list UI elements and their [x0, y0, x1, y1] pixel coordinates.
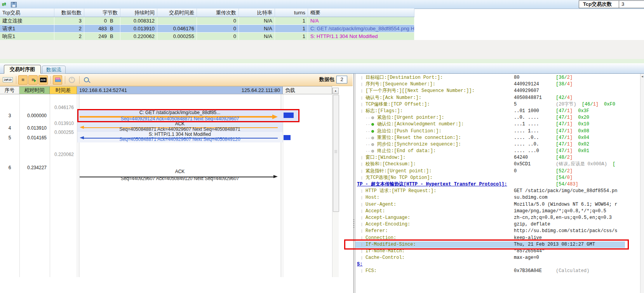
flag-bit-set-icon [371, 123, 374, 126]
decode-field-label: FCS: [366, 268, 377, 274]
decode-row[interactable]: Connection:keep-alive [355, 235, 640, 241]
decode-field-label: Referer: [366, 228, 388, 234]
decode-row[interactable]: ··急迫位:[Push Function:]:.... 1...[47/1]0x… [355, 128, 640, 135]
tree-tick-icon [362, 236, 362, 240]
column-header-5[interactable]: 重传次数 [197, 9, 239, 17]
decode-field-value: image/png,image/*;q=0.8,*/*;q=0.5 [514, 208, 606, 215]
tree-tick-icon [362, 269, 362, 273]
tab-transaction-sequence-diagram[interactable]: 交易时序图 [4, 65, 41, 74]
decode-row[interactable]: FCS:0x7B36A04E(Calculated) [355, 268, 640, 274]
decode-row[interactable]: 确认号:[Ack Number:]:4050848871[42/4] [355, 95, 640, 101]
tree-tick-icon [362, 170, 362, 173]
decode-row[interactable]: If-None-Match:"857265644" [355, 248, 640, 255]
tree-tick-icon [362, 216, 362, 220]
decode-field-label: 窗口:[Window:]: [366, 154, 406, 161]
decode-field-offset: [ [613, 161, 615, 167]
column-header-seq-no[interactable]: 序号 [0, 87, 19, 94]
decode-row[interactable]: [下一个序列号:][[Next Sequence Number:]]:44092… [355, 88, 640, 94]
packet-list-icon[interactable]: ≡ [18, 75, 28, 85]
transaction-row[interactable]: 建立连接30B0.0083120N/A1N/A [0, 17, 414, 25]
column-header-time-delta[interactable]: 时间差 [50, 87, 77, 94]
decode-row[interactable]: 标志:[Flags:]:..01 1000[47/1]0x3F [355, 108, 640, 114]
decode-field-offset: [47/ [556, 121, 567, 127]
decode-row[interactable]: TP - 超文本传输协议[HTTP - Hypertext Transfer P… [355, 181, 640, 188]
transaction-row[interactable]: 请求12483B0.0139100.0461760N/A1C: GET /sta… [0, 25, 414, 33]
decode-row[interactable]: ··同步位:[Synchronize sequence:]:.... ..0.[… [355, 141, 640, 148]
relative-time-value: 0.013910 [19, 126, 47, 131]
tcp-transaction-table: Tcp交易数据包数字节数持续时间交易时间差重传次数比特率turns概要 建立连接… [0, 9, 414, 40]
decode-row[interactable]: TCP偏移量:[TCP Offset:]:5(20字节)[46/1]0xF0 [355, 101, 640, 108]
decode-field-value: max-age=0 [514, 255, 539, 261]
payload-block[interactable] [284, 113, 294, 118]
decode-row[interactable]: Cache-Control:max-age=0 [355, 255, 640, 261]
decode-row[interactable]: S: [355, 261, 640, 268]
bottom-section: 2⇄10 ≡ ≡ ACK 数据包 2 序号 相对时间 时间差 [0, 74, 644, 293]
decode-row[interactable]: User-Agent:Mozilla/5.0 (Windows NT 6.1; … [355, 201, 640, 208]
decode-field-value: 64240 [514, 154, 528, 161]
tree-tick-icon [362, 229, 362, 233]
decode-pane-scroll-strip[interactable]: ◀ [640, 74, 644, 293]
decode-row[interactable]: Accept-Encoding:gzip, deflate [355, 221, 640, 228]
decode-row[interactable]: 窗口:[Window:]:64240[48/2] [355, 154, 640, 161]
save-icon[interactable] [10, 1, 17, 7]
decode-field-value: 0 [514, 168, 517, 175]
column-header-relative-time[interactable]: 相对时间 [19, 87, 50, 94]
column-header-7[interactable]: turns [275, 9, 308, 17]
decode-field-label: Accept-Encoding: [366, 221, 410, 228]
tree-tick-icon [362, 89, 362, 93]
decode-field-label: 序列号:[Sequence Number:]: [366, 81, 435, 88]
decode-row[interactable]: Referer:http://su.bdimg.com/static/pack/… [355, 228, 640, 234]
ack-toggle-icon[interactable]: ACK [38, 75, 48, 85]
seq-format-icon[interactable]: 2⇄10 [2, 75, 13, 85]
sequence-diagram-canvas: 0.04617630.000000C: GET /static/pack/img… [0, 94, 339, 277]
zoom-icon[interactable] [82, 75, 91, 85]
decode-field-label: 同步位:[Synchronize sequence:]: [377, 141, 461, 148]
collapse-pane-icon[interactable]: ◀ [641, 74, 644, 79]
decode-row[interactable]: HTTP 请求:[HTTP Request:]:GET /static/pack… [355, 188, 640, 194]
transaction-row[interactable]: 响应12249B0.2200620.0002550N/A1S: HTTP/1.1… [0, 33, 414, 40]
decode-row[interactable]: 目标端口:[Destination Port:]:80[36/2] [355, 75, 640, 81]
packet-count-input[interactable]: 2 [336, 76, 347, 83]
decode-field-label: TCP偏移量:[TCP Offset:]: [366, 101, 430, 108]
scrollbar-thumb[interactable] [333, 95, 339, 212]
decode-field-note: (Calculated) [556, 268, 589, 274]
decode-row[interactable]: ··重置位:[Reset the connection:]:.... .0..[… [355, 135, 640, 141]
packet-number: 6 [0, 165, 19, 170]
decode-row[interactable]: ··确认位:[Acknowledgment number:]:...1 ....… [355, 121, 640, 128]
payload-bars-icon[interactable] [53, 75, 62, 85]
diagram-vertical-scrollbar[interactable]: ▲ [332, 88, 339, 277]
decode-row[interactable]: 序列号:[Sequence Number:]:440929124[38/4] [355, 81, 640, 88]
decode-row[interactable]: ··紧急位:[Urgent pointer:]:..0. ....[47/1]0… [355, 114, 640, 121]
packet-list-play-icon[interactable]: ≡ [28, 75, 38, 85]
message-label[interactable]: ACK [77, 169, 283, 174]
decode-row[interactable]: 无TCP选项[No TCP Option]:[54/0] [355, 175, 640, 181]
decode-row[interactable]: 校验和:[Checksum:]:0x5CD1(错误,应该是 0x000A)[ [355, 161, 640, 168]
decode-field-offset: [47/ [556, 148, 567, 154]
swap-arrows-icon[interactable]: ⇄ [2, 1, 8, 7]
decode-field-mask: 0x01 [578, 148, 589, 154]
decode-row[interactable]: If-Modified-Since:Thu, 21 Feb 2013 08:12… [355, 241, 640, 248]
decode-row[interactable]: Host:su.bdimg.com [355, 194, 640, 201]
clock-icon[interactable] [67, 75, 77, 85]
decode-row[interactable]: Accept:image/png,image/*;q=0.8,*/*;q=0.5 [355, 208, 640, 215]
decode-row[interactable]: Accept-Language:zh-cn,zh;q=0.8,en-us;q=0… [355, 215, 640, 221]
scroll-up-icon[interactable]: ▲ [332, 88, 339, 94]
column-header-1[interactable]: 数据包数 [54, 9, 84, 17]
column-header-2[interactable]: 字节数 [84, 9, 120, 17]
decode-row[interactable]: 紧急指针:[Urgent point:]:0[52/2] [355, 168, 640, 175]
payload-block[interactable] [284, 135, 291, 140]
column-header-4[interactable]: 交易时间差 [157, 9, 197, 17]
column-header-6[interactable]: 比特率 [239, 9, 275, 17]
decode-field-label: Cache-Control: [366, 255, 405, 261]
toolbar-separator [16, 76, 16, 84]
tab-data-stream[interactable]: 数据流 [42, 66, 66, 74]
decode-row[interactable]: ··终止位:[End of data:]:.... ...0[47/1]0x01 [355, 148, 640, 154]
column-header-3[interactable]: 持续时间 [120, 9, 157, 17]
column-header-0[interactable]: Tcp交易 [0, 9, 54, 17]
decode-field-value: .... ...0 [514, 148, 539, 154]
column-header-8[interactable]: 概要 [308, 9, 414, 17]
column-header-endpoints[interactable]: 192.168.6.124:52741 125.64.22.111:80 [77, 87, 283, 94]
column-header-payload[interactable]: 负载 [283, 87, 332, 94]
diagram-column-headers: 序号 相对时间 时间差 192.168.6.124:52741 125.64.2… [0, 86, 332, 94]
decode-field-label: 紧急指针:[Urgent point:]: [366, 168, 432, 175]
